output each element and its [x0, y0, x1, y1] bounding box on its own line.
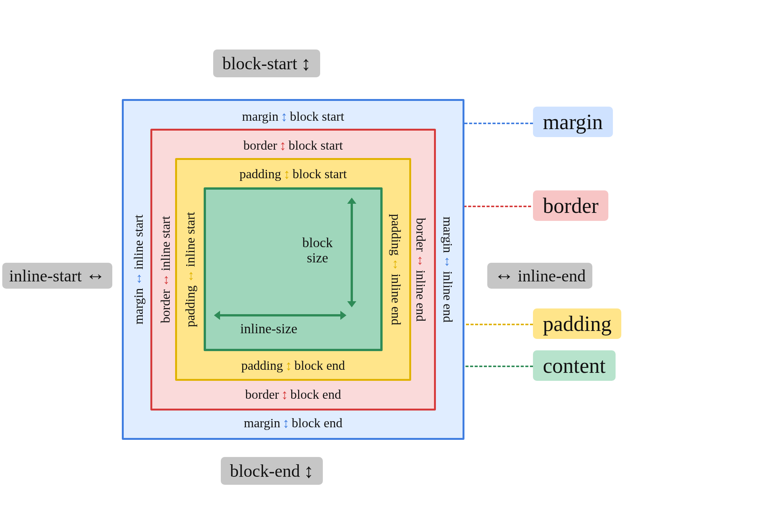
inline-size-label: inline-size	[240, 321, 297, 337]
updown-arrow-icon: ↕	[279, 137, 286, 153]
legend-leader-margin	[464, 123, 533, 124]
updown-arrow-icon: ↕	[281, 109, 288, 125]
margin-inline-start-label: margin ↔ inline start	[131, 214, 147, 324]
border-inline-start-label: border ↔ inline start	[158, 216, 174, 323]
box-model-stage: margin ↕ block start margin ↕ block end …	[122, 99, 464, 440]
legend-margin: margin	[533, 107, 613, 137]
padding-inline-start-label: padding ↔ inline start	[182, 212, 198, 327]
leftright-arrow-icon: ↔	[131, 272, 147, 286]
label-word: inline end	[413, 270, 428, 321]
inline-size-arrow-icon	[219, 314, 341, 316]
leftright-arrow-icon: ↔	[182, 269, 198, 283]
label-word: block end	[292, 416, 342, 430]
label-word: border	[158, 289, 173, 323]
block-end-label: block-end ↕	[221, 457, 323, 485]
padding-block-end-label: padding ↕ block end	[241, 358, 345, 374]
padding-inline-end-label: padding ↔ inline end	[388, 214, 404, 325]
inline-start-text: inline-start	[9, 266, 82, 286]
label-word: margin	[440, 216, 455, 253]
legend-padding: padding	[533, 308, 621, 339]
label-word: padding	[183, 285, 198, 327]
label-word: block end	[290, 387, 341, 402]
label-word: border	[243, 138, 277, 153]
updown-arrow-icon: ↕	[282, 415, 289, 431]
label-word: block start	[292, 167, 347, 181]
border-block-end-label: border ↕ block end	[245, 387, 341, 403]
label-word: border	[413, 218, 428, 252]
block-size-arrow-icon	[351, 203, 353, 302]
label-word: padding	[239, 167, 281, 181]
padding-block-start-label: padding ↕ block start	[239, 166, 347, 182]
leftright-arrow-icon: ↔	[388, 258, 404, 272]
leftright-arrow-icon: ↔	[494, 266, 514, 286]
label-word: margin	[131, 288, 146, 324]
label-word: padding	[389, 214, 403, 256]
legend-content: content	[533, 350, 616, 381]
label-word: block end	[294, 358, 345, 373]
content-layer: blocksize inline-size	[204, 187, 383, 351]
label-word: padding	[241, 358, 283, 373]
block-size-label: blocksize	[295, 235, 340, 265]
leftright-arrow-icon: ↔	[158, 273, 174, 287]
label-word: block start	[289, 138, 343, 153]
block-end-text: block-end	[230, 461, 300, 481]
updown-arrow-icon: ↕	[301, 54, 311, 73]
inline-end-text: inline-end	[518, 266, 586, 286]
label-word: inline end	[389, 274, 403, 325]
margin-inline-end-label: margin ↔ inline end	[440, 216, 456, 323]
updown-arrow-icon: ↕	[281, 387, 288, 403]
leftright-arrow-icon: ↔	[86, 266, 105, 286]
label-word: block start	[290, 109, 345, 124]
label-word: margin	[244, 416, 281, 430]
inline-end-label: ↔ inline-end	[487, 263, 592, 289]
inline-start-label: inline-start ↔	[2, 263, 112, 289]
label-word: inline start	[158, 216, 173, 271]
border-inline-end-label: border ↔ inline end	[413, 218, 429, 321]
label-word: margin	[242, 109, 279, 124]
leftright-arrow-icon: ↔	[440, 255, 456, 269]
margin-block-end-label: margin ↕ block end	[244, 415, 343, 431]
margin-block-start-label: margin ↕ block start	[242, 109, 344, 125]
label-word: border	[245, 387, 279, 402]
label-word: inline start	[183, 212, 198, 267]
leftright-arrow-icon: ↔	[413, 254, 429, 268]
updown-arrow-icon: ↕	[283, 166, 290, 182]
label-word: inline end	[440, 271, 455, 323]
legend-border: border	[533, 190, 608, 221]
updown-arrow-icon: ↕	[304, 461, 314, 481]
label-word: inline start	[131, 214, 146, 269]
updown-arrow-icon: ↕	[285, 358, 292, 374]
block-start-label: block-start ↕	[213, 50, 320, 77]
border-block-start-label: border ↕ block start	[243, 137, 343, 153]
block-start-text: block-start	[222, 53, 297, 73]
